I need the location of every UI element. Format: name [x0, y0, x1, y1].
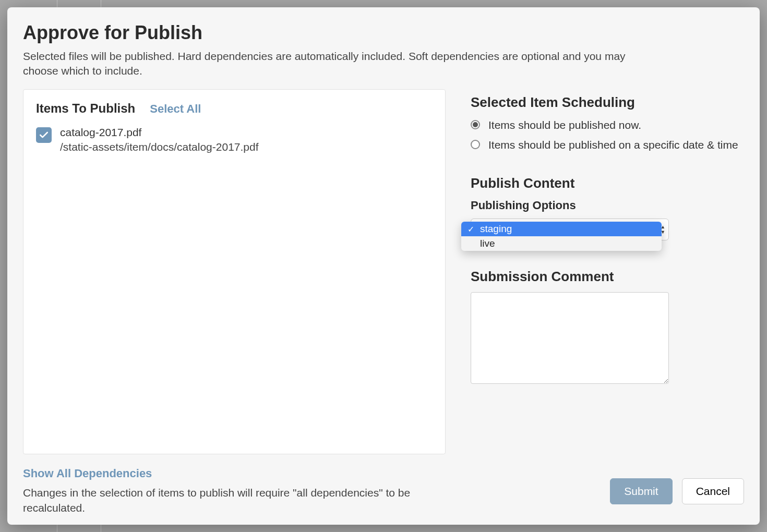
radio-now[interactable] — [471, 120, 480, 129]
modal-subtitle: Selected files will be published. Hard d… — [23, 49, 639, 79]
publish-content-heading: Publish Content — [471, 175, 744, 191]
dependencies-note: Changes in the selection of items to pub… — [23, 486, 430, 515]
cancel-button[interactable]: Cancel — [682, 478, 744, 504]
select-all-link[interactable]: Select All — [150, 102, 201, 116]
publishing-options-dropdown: staging live — [461, 222, 662, 251]
item-checkbox[interactable] — [36, 127, 52, 143]
dropdown-option-staging[interactable]: staging — [461, 222, 662, 236]
approve-publish-modal: Approve for Publish Selected files will … — [7, 7, 760, 525]
show-all-dependencies-link[interactable]: Show All Dependencies — [23, 467, 152, 480]
dropdown-option-live[interactable]: live — [461, 236, 662, 251]
schedule-option-now[interactable]: Items should be published now. — [471, 118, 744, 132]
submission-comment-heading: Submission Comment — [471, 269, 744, 285]
radio-now-label: Items should be published now. — [488, 118, 641, 132]
publish-item-row: catalog-2017.pdf /static-assets/item/doc… — [36, 125, 433, 155]
publishing-options-label: Publishing Options — [471, 199, 744, 212]
scheduling-heading: Selected Item Scheduling — [471, 94, 744, 111]
check-icon — [39, 130, 49, 140]
submission-comment-textarea[interactable] — [471, 292, 669, 384]
items-heading: Items To Publish — [36, 101, 135, 116]
modal-title: Approve for Publish — [23, 22, 744, 44]
publishing-options-select-wrap: ▲▼ staging live — [471, 219, 744, 240]
radio-date-label: Items should be published on a specific … — [488, 138, 738, 152]
schedule-option-date[interactable]: Items should be published on a specific … — [471, 138, 744, 152]
items-panel: Items To Publish Select All catalog-2017… — [23, 89, 446, 455]
radio-date[interactable] — [471, 140, 480, 149]
item-name: catalog-2017.pdf — [60, 125, 259, 140]
item-path: /static-assets/item/docs/catalog-2017.pd… — [60, 140, 259, 154]
submit-button[interactable]: Submit — [610, 478, 672, 504]
right-column: Selected Item Scheduling Items should be… — [471, 89, 744, 455]
